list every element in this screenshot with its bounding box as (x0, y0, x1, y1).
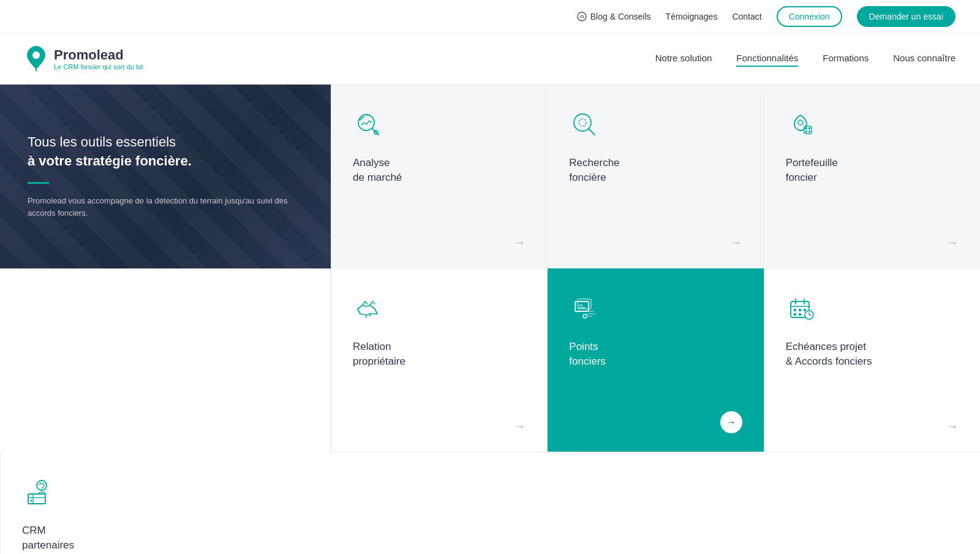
hero-description: Promolead vous accompagne de la détectio… (28, 195, 303, 221)
points-arrow-area[interactable]: → (569, 411, 742, 433)
nav-fonctionnalites[interactable]: Fonctionnalités (736, 53, 798, 66)
blog-link[interactable]: Blog & Conseils (577, 12, 651, 21)
svg-point-6 (579, 119, 586, 126)
svg-rect-2 (35, 67, 37, 72)
nav-nous-connaitre[interactable]: Nous connaître (893, 53, 956, 66)
relation-label: Relation propriétaire (353, 340, 526, 369)
hero-title: Tous les outils essentiels à votre strat… (28, 133, 303, 171)
layers-icon (569, 293, 742, 327)
nav-notre-solution[interactable]: Notre solution (655, 53, 712, 66)
svg-point-15 (583, 314, 587, 318)
svg-rect-10 (809, 127, 810, 129)
calendar-icon (786, 293, 959, 327)
feature-points[interactable]: Points fonciers → (547, 268, 763, 452)
handshake-icon (353, 293, 526, 327)
portefeuille-arrow: → (946, 235, 959, 249)
crm-label: CRM partenaires (22, 523, 309, 553)
feature-portefeuille[interactable]: Portefeuille foncier → (764, 85, 980, 268)
echeances-arrow: → (946, 419, 959, 433)
logo-text: Promolead Le CRM foncier qui sort du lot (54, 47, 143, 70)
hero-title-bold: à votre stratégie foncière. (28, 152, 303, 171)
analysis-icon (353, 109, 526, 143)
svg-point-1 (32, 51, 40, 59)
svg-point-7 (798, 120, 803, 125)
svg-rect-17 (794, 309, 796, 311)
svg-rect-11 (805, 131, 807, 132)
svg-rect-20 (794, 313, 796, 316)
relation-arrow-area: → (353, 407, 526, 433)
svg-rect-9 (805, 127, 807, 129)
svg-rect-18 (799, 309, 801, 311)
svg-rect-19 (804, 309, 806, 311)
portefeuille-arrow-area: → (786, 223, 959, 249)
recherche-arrow: → (730, 235, 742, 249)
analyse-arrow: → (513, 235, 526, 249)
main-nav: Notre solution Fonctionnalités Formation… (655, 53, 956, 66)
recherche-label: Recherche foncière (569, 156, 742, 185)
crm-icon (22, 477, 309, 511)
portfolio-icon (786, 109, 959, 143)
hero-title-line1: Tous les outils essentiels (28, 134, 176, 150)
analyse-arrow-area: → (353, 223, 526, 249)
blog-icon (577, 12, 587, 21)
relation-arrow: → (513, 419, 526, 433)
hero-divider (28, 182, 49, 184)
portefeuille-label: Portefeuille foncier (786, 156, 959, 185)
feature-crm[interactable]: CRM partenaires → (0, 452, 331, 554)
logo-icon (24, 45, 48, 73)
recherche-arrow-area: → (569, 223, 742, 249)
connexion-button[interactable]: Connexion (777, 6, 842, 27)
nav-formations[interactable]: Formations (823, 53, 869, 66)
top-bar: Blog & Conseils Témoignages Contact Conn… (0, 0, 980, 34)
svg-point-25 (41, 490, 42, 491)
essai-button[interactable]: Demander un essai (857, 6, 956, 27)
echeances-label: Echéances projet & Accords fonciers (786, 340, 959, 369)
feature-analyse[interactable]: Analyse de marché → (331, 85, 547, 268)
svg-rect-12 (809, 131, 810, 132)
analyse-label: Analyse de marché (353, 156, 526, 185)
svg-rect-21 (799, 313, 801, 316)
points-label: Points fonciers (569, 340, 742, 369)
hero-cell: Tous les outils essentiels à votre strat… (0, 85, 331, 268)
points-arrow-circle[interactable]: → (720, 411, 742, 433)
hero-bottom-spacer (0, 268, 331, 452)
search-icon (569, 109, 742, 143)
logo[interactable]: Promolead Le CRM foncier qui sort du lot (24, 45, 143, 73)
echeances-arrow-area: → (786, 407, 959, 433)
svg-rect-23 (28, 494, 45, 504)
content-grid: Tous les outils essentiels à votre strat… (0, 85, 980, 554)
feature-echeances[interactable]: Echéances projet & Accords fonciers → (764, 268, 980, 452)
feature-recherche[interactable]: Recherche foncière → (547, 85, 763, 268)
feature-relation[interactable]: Relation propriétaire → (331, 268, 547, 452)
contact-link[interactable]: Contact (732, 12, 761, 21)
temoignages-link[interactable]: Témoignages (666, 12, 718, 21)
main-header: Promolead Le CRM foncier qui sort du lot… (0, 34, 980, 85)
svg-point-0 (578, 12, 586, 21)
